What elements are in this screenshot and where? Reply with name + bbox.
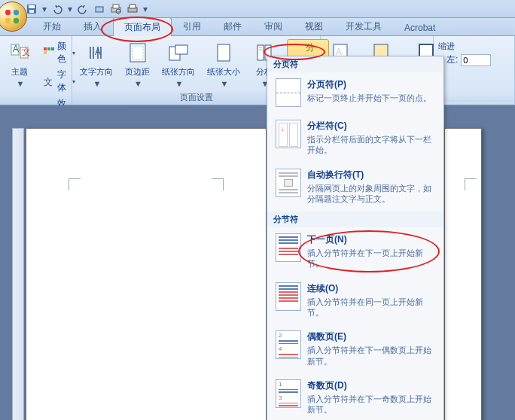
tab-acrobat[interactable]: Acrobat [393,19,446,35]
indent-left-row: ≡ 左: [438,53,491,66]
svg-point-1 [14,10,19,15]
svg-point-0 [5,10,11,15]
tab-home[interactable]: 开始 [32,17,72,35]
text-wrapping-icon [276,169,301,197]
group-theme: A文 主题 ▼ 颜色▾ 文字体▾ 效果▾ 主题 [0,36,72,105]
size-button[interactable]: 纸张大小▼ [204,39,243,90]
indent-left-input[interactable] [461,54,491,66]
dd-text-wrapping-break[interactable]: 自动换行符(T)分隔网页上的对象周围的文字，如分隔题注文字与正文。 [269,163,442,212]
tab-page-layout[interactable]: 页面布局 [113,17,172,36]
svg-point-3 [14,18,19,23]
fonts-icon: 文 [44,75,54,87]
orientation-icon [166,41,190,65]
next-page-icon [276,233,301,262]
margins-icon [126,41,150,65]
breaks-dropdown: 分页符 分页符(P)标记一页终止并开始下一页的点。 ↓ 分栏符(C)指示分栏符后… [267,56,444,420]
themes-button[interactable]: A文 主题 ▼ [5,39,35,90]
margin-corner-icon [69,178,81,190]
tab-references[interactable]: 引用 [172,17,212,35]
tab-mailings[interactable]: 邮件 [212,17,253,35]
tab-insert[interactable]: 插入 [72,17,113,35]
svg-rect-17 [44,47,47,50]
dd-column-break[interactable]: ↓ 分栏符(C)指示分栏符后面的文字将从下一栏开始。 [269,114,442,163]
dd-next-page[interactable]: 下一页(N)插入分节符并在下一页上开始新节。 [269,228,442,276]
size-icon [212,41,236,65]
tab-view[interactable]: 视图 [294,17,334,35]
quick-access-toolbar: ▾ ▾ ▾ [0,0,515,18]
svg-rect-9 [113,5,119,8]
continuous-icon [276,282,301,311]
svg-rect-28 [218,44,230,61]
print-icon[interactable] [125,2,140,17]
undo-dropdown-icon[interactable]: ▾ [66,4,74,14]
svg-rect-7 [96,7,103,12]
dd-section-section-breaks: 分节符 [267,212,443,227]
indent-left-label: 左: [446,53,458,66]
document-page-1[interactable] [26,128,267,420]
qat-dropdown-icon[interactable]: ▾ [41,4,48,14]
tab-developer[interactable]: 开发工具 [334,17,393,35]
svg-text:文: 文 [22,47,29,57]
vertical-ruler[interactable] [12,128,24,420]
svg-point-2 [5,18,11,23]
svg-rect-20 [44,51,47,54]
themes-label: 主题 [11,66,28,78]
svg-rect-18 [47,47,50,50]
svg-text:文: 文 [44,77,53,87]
indent-right-row: ≡ [438,68,491,78]
document-page-2[interactable] [444,128,482,420]
qat-icon-1[interactable] [92,2,107,17]
tab-review[interactable]: 审阅 [253,17,294,35]
margin-corner-icon [465,178,477,190]
indent-heading: 缩进 [438,41,491,52]
text-direction-icon: A [84,41,108,65]
svg-rect-27 [175,45,187,54]
undo-icon[interactable] [50,2,65,17]
chevron-down-icon: ▼ [17,79,25,88]
qat-more-icon[interactable]: ▾ [142,4,149,14]
print-preview-icon[interactable] [108,2,123,17]
text-direction-button[interactable]: A文字方向▼ [77,39,116,90]
odd-page-icon: 13 [276,379,301,408]
dd-section-page-breaks: 分页符 [267,56,443,72]
svg-rect-5 [29,5,35,8]
colors-label: 颜色 [57,40,68,65]
dd-odd-page[interactable]: 13 奇数页(D)插入分节符并在下一奇数页上开始新节。 [269,374,442,420]
margin-corner-icon [212,178,224,190]
svg-rect-6 [29,10,34,13]
page-break-icon [276,78,301,107]
even-page-icon: 24 [276,330,301,359]
fonts-label: 字体 [57,68,68,94]
dd-even-page[interactable]: 24 偶数页(E)插入分节符并在下一偶数页上开始新节。 [269,325,442,373]
orientation-button[interactable]: 纸张方向▼ [159,39,198,90]
margins-button[interactable]: 页边距▼ [122,39,153,90]
column-break-icon: ↓ [276,120,301,148]
colors-icon [44,47,54,59]
redo-icon[interactable] [75,2,90,17]
svg-text:A: A [13,44,19,54]
dd-continuous[interactable]: 连续(O)插入分节符并在同一页上开始新节。 [269,277,442,325]
group-indent: 缩进 ≡ 左: ≡ [434,36,515,105]
dd-page-break[interactable]: 分页符(P)标记一页终止并开始下一页的点。 [269,73,442,114]
svg-rect-12 [130,5,136,8]
themes-icon: A文 [8,41,32,65]
svg-text:A: A [95,47,101,57]
svg-rect-19 [51,47,54,50]
ribbon-tabs: 开始 插入 页面布局 引用 邮件 审阅 视图 开发工具 Acrobat [0,18,515,36]
